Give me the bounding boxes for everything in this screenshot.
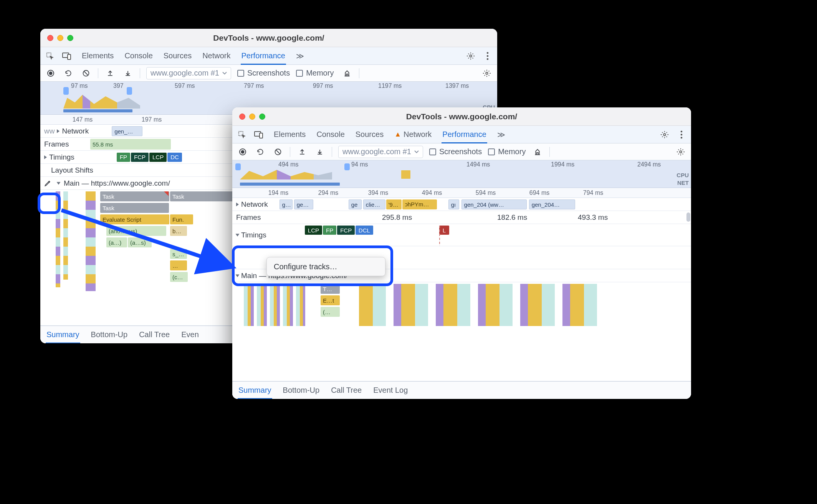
- more-vert-icon[interactable]: [482, 50, 493, 62]
- device-toolbar-icon[interactable]: [253, 129, 265, 140]
- upload-icon[interactable]: [296, 146, 308, 158]
- flame-eval[interactable]: Evaluate Script: [100, 214, 169, 224]
- scrollbar[interactable]: [686, 212, 690, 222]
- profile-select[interactable]: www.google.com #1: [338, 146, 423, 158]
- context-menu[interactable]: Configure tracks…: [266, 257, 385, 276]
- more-vert-icon[interactable]: [676, 129, 687, 140]
- net-chip[interactable]: gen_204…: [529, 199, 575, 209]
- flame-task[interactable]: Task: [100, 203, 169, 213]
- garbage-collect-icon[interactable]: [341, 68, 353, 79]
- tab-elements[interactable]: Elements: [274, 126, 306, 143]
- net-chip[interactable]: clie…: [363, 199, 385, 209]
- timing-lcp[interactable]: LCP: [305, 226, 322, 235]
- net-chip[interactable]: gı: [448, 199, 459, 209]
- timing-dcl[interactable]: DC: [167, 153, 182, 162]
- net-chip[interactable]: ɔhPYm…: [402, 199, 437, 209]
- context-menu-item[interactable]: Configure tracks…: [274, 262, 337, 271]
- tab-call-tree[interactable]: Call Tree: [139, 326, 170, 343]
- minimize-icon[interactable]: [57, 35, 63, 41]
- record-icon[interactable]: [45, 68, 56, 79]
- collapse-icon[interactable]: [57, 182, 61, 184]
- tab-sources[interactable]: Sources: [356, 126, 384, 143]
- net-request-chip[interactable]: gen_…: [112, 126, 142, 136]
- timing-lcp[interactable]: LCP: [149, 153, 167, 162]
- tab-performance[interactable]: Performance: [241, 47, 286, 64]
- inspect-icon[interactable]: [236, 129, 248, 140]
- timing-fcp[interactable]: FCP: [131, 153, 149, 162]
- flame-c[interactable]: (c…: [170, 272, 188, 282]
- timing-l-badge[interactable]: L: [439, 226, 449, 235]
- download-icon[interactable]: [122, 68, 134, 79]
- overview[interactable]: 494 ms 94 ms 1494 ms 1994 ms 2494 ms CPU…: [232, 160, 691, 188]
- close-icon[interactable]: [239, 114, 245, 120]
- tab-bottom-up[interactable]: Bottom-Up: [91, 326, 128, 343]
- timing-fp[interactable]: FP: [323, 226, 336, 235]
- timing-fcp[interactable]: FCP: [337, 226, 355, 235]
- pencil-icon[interactable]: [42, 178, 53, 189]
- range-handle[interactable]: [63, 87, 69, 95]
- net-chip[interactable]: ge: [349, 199, 362, 209]
- inspect-icon[interactable]: [44, 50, 56, 62]
- zoom-icon[interactable]: [259, 114, 265, 120]
- tab-elements[interactable]: Elements: [82, 47, 114, 64]
- minimize-icon[interactable]: [249, 114, 255, 120]
- tabs-more[interactable]: ≫: [497, 126, 505, 143]
- track-frames[interactable]: Frames 295.8 ms 182.6 ms 493.3 ms: [232, 211, 691, 224]
- flame-e[interactable]: E…t: [321, 295, 340, 305]
- tab-summary[interactable]: Summary: [238, 382, 271, 399]
- device-toolbar-icon[interactable]: [61, 50, 73, 62]
- clear-icon[interactable]: [80, 68, 92, 79]
- net-chip[interactable]: ge…: [294, 199, 313, 209]
- garbage-collect-icon[interactable]: [532, 146, 543, 158]
- flame-anon[interactable]: (ano…ous): [106, 226, 166, 236]
- range-handle[interactable]: [235, 163, 241, 170]
- tabs-more[interactable]: ≫: [296, 47, 304, 64]
- tab-sources[interactable]: Sources: [164, 47, 192, 64]
- gear-icon[interactable]: [465, 50, 476, 62]
- net-chip[interactable]: g…: [280, 199, 293, 209]
- tab-console[interactable]: Console: [124, 47, 152, 64]
- memory-checkbox[interactable]: Memory: [296, 69, 334, 77]
- flame-paren[interactable]: (…: [321, 307, 340, 317]
- gear-icon[interactable]: [481, 68, 493, 79]
- tab-summary[interactable]: Summary: [46, 326, 79, 343]
- timing-fp[interactable]: FP: [117, 153, 130, 162]
- screenshots-checkbox[interactable]: Screenshots: [237, 69, 290, 77]
- flame-task[interactable]: Task: [100, 191, 169, 201]
- clear-icon[interactable]: [272, 146, 284, 158]
- range-handle[interactable]: [127, 87, 132, 95]
- tab-call-tree[interactable]: Call Tree: [331, 382, 362, 399]
- flame-anon[interactable]: (a…s): [128, 237, 152, 247]
- memory-checkbox[interactable]: Memory: [488, 147, 526, 156]
- profile-select[interactable]: www.google.com #1: [146, 67, 231, 79]
- reload-icon[interactable]: [63, 68, 74, 79]
- frame-duration[interactable]: 55.8 ms: [90, 139, 171, 150]
- net-chip[interactable]: '9…: [386, 199, 402, 209]
- net-chip[interactable]: gen_204 (ww…: [461, 199, 527, 209]
- zoom-icon[interactable]: [67, 35, 73, 41]
- flame-s[interactable]: s_…: [170, 249, 187, 259]
- tab-network[interactable]: Network: [202, 47, 230, 64]
- ruler[interactable]: 194 ms 294 ms 394 ms 494 ms 594 ms 694 m…: [232, 188, 691, 198]
- flame-task[interactable]: Task: [170, 191, 239, 201]
- flame-b[interactable]: b…: [170, 226, 187, 236]
- tab-event-log[interactable]: Event Log: [373, 382, 408, 399]
- timing-dcl[interactable]: DCL: [356, 226, 373, 235]
- track-timings[interactable]: Timings LCP FP FCP DCL L: [232, 224, 691, 246]
- tab-event-log-trunc[interactable]: Even: [181, 326, 199, 343]
- record-icon[interactable]: [237, 146, 248, 158]
- tab-console[interactable]: Console: [316, 126, 344, 143]
- gear-icon[interactable]: [675, 146, 686, 158]
- flame-chart[interactable]: T… E…t (…: [232, 282, 691, 381]
- close-icon[interactable]: [47, 35, 53, 41]
- tab-performance[interactable]: Performance: [442, 126, 486, 143]
- upload-icon[interactable]: [104, 68, 116, 79]
- range-handle[interactable]: [344, 163, 350, 170]
- download-icon[interactable]: [314, 146, 326, 158]
- tab-network[interactable]: ▲ Network: [394, 126, 432, 143]
- tab-bottom-up[interactable]: Bottom-Up: [283, 382, 320, 399]
- screenshots-checkbox[interactable]: Screenshots: [429, 147, 482, 156]
- flame-t[interactable]: T…: [321, 284, 340, 294]
- flame-dots[interactable]: …: [170, 260, 187, 270]
- flame-anon[interactable]: (a…): [106, 237, 127, 247]
